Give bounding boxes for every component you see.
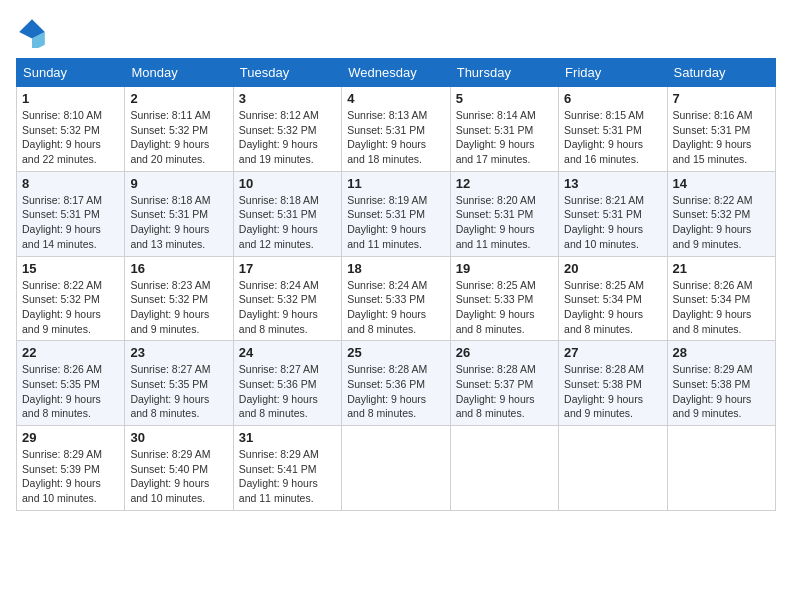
- calendar-cell: 20Sunrise: 8:25 AM Sunset: 5:34 PM Dayli…: [559, 256, 667, 341]
- day-info: Sunrise: 8:27 AM Sunset: 5:35 PM Dayligh…: [130, 362, 227, 421]
- day-number: 7: [673, 91, 770, 106]
- day-info: Sunrise: 8:29 AM Sunset: 5:41 PM Dayligh…: [239, 447, 336, 506]
- day-info: Sunrise: 8:25 AM Sunset: 5:33 PM Dayligh…: [456, 278, 553, 337]
- day-number: 9: [130, 176, 227, 191]
- calendar-cell: 26Sunrise: 8:28 AM Sunset: 5:37 PM Dayli…: [450, 341, 558, 426]
- day-number: 6: [564, 91, 661, 106]
- calendar-cell: 17Sunrise: 8:24 AM Sunset: 5:32 PM Dayli…: [233, 256, 341, 341]
- day-number: 26: [456, 345, 553, 360]
- calendar-cell: 15Sunrise: 8:22 AM Sunset: 5:32 PM Dayli…: [17, 256, 125, 341]
- day-number: 3: [239, 91, 336, 106]
- day-number: 25: [347, 345, 444, 360]
- day-info: Sunrise: 8:24 AM Sunset: 5:33 PM Dayligh…: [347, 278, 444, 337]
- day-info: Sunrise: 8:24 AM Sunset: 5:32 PM Dayligh…: [239, 278, 336, 337]
- day-number: 11: [347, 176, 444, 191]
- day-number: 16: [130, 261, 227, 276]
- day-info: Sunrise: 8:19 AM Sunset: 5:31 PM Dayligh…: [347, 193, 444, 252]
- calendar-cell: 30Sunrise: 8:29 AM Sunset: 5:40 PM Dayli…: [125, 426, 233, 511]
- dow-header: Saturday: [667, 59, 775, 87]
- day-number: 19: [456, 261, 553, 276]
- calendar-cell: 7Sunrise: 8:16 AM Sunset: 5:31 PM Daylig…: [667, 87, 775, 172]
- calendar-cell: 2Sunrise: 8:11 AM Sunset: 5:32 PM Daylig…: [125, 87, 233, 172]
- day-info: Sunrise: 8:10 AM Sunset: 5:32 PM Dayligh…: [22, 108, 119, 167]
- day-number: 21: [673, 261, 770, 276]
- day-info: Sunrise: 8:28 AM Sunset: 5:37 PM Dayligh…: [456, 362, 553, 421]
- day-number: 8: [22, 176, 119, 191]
- calendar-cell: 1Sunrise: 8:10 AM Sunset: 5:32 PM Daylig…: [17, 87, 125, 172]
- calendar-cell: 22Sunrise: 8:26 AM Sunset: 5:35 PM Dayli…: [17, 341, 125, 426]
- calendar-cell: 25Sunrise: 8:28 AM Sunset: 5:36 PM Dayli…: [342, 341, 450, 426]
- calendar-cell: 28Sunrise: 8:29 AM Sunset: 5:38 PM Dayli…: [667, 341, 775, 426]
- day-number: 10: [239, 176, 336, 191]
- logo: [16, 16, 52, 48]
- calendar-cell: [450, 426, 558, 511]
- day-info: Sunrise: 8:18 AM Sunset: 5:31 PM Dayligh…: [130, 193, 227, 252]
- day-number: 22: [22, 345, 119, 360]
- calendar-cell: 10Sunrise: 8:18 AM Sunset: 5:31 PM Dayli…: [233, 171, 341, 256]
- calendar-cell: 21Sunrise: 8:26 AM Sunset: 5:34 PM Dayli…: [667, 256, 775, 341]
- day-info: Sunrise: 8:22 AM Sunset: 5:32 PM Dayligh…: [22, 278, 119, 337]
- calendar-cell: 18Sunrise: 8:24 AM Sunset: 5:33 PM Dayli…: [342, 256, 450, 341]
- day-info: Sunrise: 8:26 AM Sunset: 5:34 PM Dayligh…: [673, 278, 770, 337]
- day-number: 1: [22, 91, 119, 106]
- day-number: 12: [456, 176, 553, 191]
- day-info: Sunrise: 8:13 AM Sunset: 5:31 PM Dayligh…: [347, 108, 444, 167]
- calendar-week-row: 1Sunrise: 8:10 AM Sunset: 5:32 PM Daylig…: [17, 87, 776, 172]
- day-number: 29: [22, 430, 119, 445]
- calendar-week-row: 15Sunrise: 8:22 AM Sunset: 5:32 PM Dayli…: [17, 256, 776, 341]
- day-number: 30: [130, 430, 227, 445]
- day-info: Sunrise: 8:21 AM Sunset: 5:31 PM Dayligh…: [564, 193, 661, 252]
- day-info: Sunrise: 8:20 AM Sunset: 5:31 PM Dayligh…: [456, 193, 553, 252]
- calendar-week-row: 29Sunrise: 8:29 AM Sunset: 5:39 PM Dayli…: [17, 426, 776, 511]
- dow-header: Monday: [125, 59, 233, 87]
- calendar-cell: 8Sunrise: 8:17 AM Sunset: 5:31 PM Daylig…: [17, 171, 125, 256]
- day-info: Sunrise: 8:14 AM Sunset: 5:31 PM Dayligh…: [456, 108, 553, 167]
- calendar-cell: 4Sunrise: 8:13 AM Sunset: 5:31 PM Daylig…: [342, 87, 450, 172]
- day-info: Sunrise: 8:28 AM Sunset: 5:36 PM Dayligh…: [347, 362, 444, 421]
- page-header: [16, 16, 776, 48]
- calendar-cell: 19Sunrise: 8:25 AM Sunset: 5:33 PM Dayli…: [450, 256, 558, 341]
- calendar-cell: 29Sunrise: 8:29 AM Sunset: 5:39 PM Dayli…: [17, 426, 125, 511]
- calendar-cell: 31Sunrise: 8:29 AM Sunset: 5:41 PM Dayli…: [233, 426, 341, 511]
- calendar-cell: 3Sunrise: 8:12 AM Sunset: 5:32 PM Daylig…: [233, 87, 341, 172]
- calendar-cell: [667, 426, 775, 511]
- day-info: Sunrise: 8:25 AM Sunset: 5:34 PM Dayligh…: [564, 278, 661, 337]
- dow-header: Tuesday: [233, 59, 341, 87]
- day-info: Sunrise: 8:26 AM Sunset: 5:35 PM Dayligh…: [22, 362, 119, 421]
- calendar-week-row: 22Sunrise: 8:26 AM Sunset: 5:35 PM Dayli…: [17, 341, 776, 426]
- calendar-cell: 27Sunrise: 8:28 AM Sunset: 5:38 PM Dayli…: [559, 341, 667, 426]
- day-info: Sunrise: 8:11 AM Sunset: 5:32 PM Dayligh…: [130, 108, 227, 167]
- calendar-cell: 5Sunrise: 8:14 AM Sunset: 5:31 PM Daylig…: [450, 87, 558, 172]
- dow-header: Wednesday: [342, 59, 450, 87]
- day-number: 14: [673, 176, 770, 191]
- calendar-body: 1Sunrise: 8:10 AM Sunset: 5:32 PM Daylig…: [17, 87, 776, 511]
- dow-header: Friday: [559, 59, 667, 87]
- day-number: 23: [130, 345, 227, 360]
- calendar-cell: 24Sunrise: 8:27 AM Sunset: 5:36 PM Dayli…: [233, 341, 341, 426]
- calendar-table: SundayMondayTuesdayWednesdayThursdayFrid…: [16, 58, 776, 511]
- day-number: 18: [347, 261, 444, 276]
- day-info: Sunrise: 8:17 AM Sunset: 5:31 PM Dayligh…: [22, 193, 119, 252]
- day-number: 13: [564, 176, 661, 191]
- day-number: 17: [239, 261, 336, 276]
- calendar-cell: 14Sunrise: 8:22 AM Sunset: 5:32 PM Dayli…: [667, 171, 775, 256]
- day-number: 27: [564, 345, 661, 360]
- day-info: Sunrise: 8:29 AM Sunset: 5:39 PM Dayligh…: [22, 447, 119, 506]
- day-number: 15: [22, 261, 119, 276]
- day-number: 24: [239, 345, 336, 360]
- calendar-cell: 11Sunrise: 8:19 AM Sunset: 5:31 PM Dayli…: [342, 171, 450, 256]
- day-number: 28: [673, 345, 770, 360]
- dow-header: Sunday: [17, 59, 125, 87]
- calendar-cell: 12Sunrise: 8:20 AM Sunset: 5:31 PM Dayli…: [450, 171, 558, 256]
- day-info: Sunrise: 8:22 AM Sunset: 5:32 PM Dayligh…: [673, 193, 770, 252]
- day-info: Sunrise: 8:16 AM Sunset: 5:31 PM Dayligh…: [673, 108, 770, 167]
- dow-header: Thursday: [450, 59, 558, 87]
- calendar-week-row: 8Sunrise: 8:17 AM Sunset: 5:31 PM Daylig…: [17, 171, 776, 256]
- day-number: 31: [239, 430, 336, 445]
- day-info: Sunrise: 8:29 AM Sunset: 5:40 PM Dayligh…: [130, 447, 227, 506]
- day-number: 20: [564, 261, 661, 276]
- day-info: Sunrise: 8:27 AM Sunset: 5:36 PM Dayligh…: [239, 362, 336, 421]
- calendar-cell: 9Sunrise: 8:18 AM Sunset: 5:31 PM Daylig…: [125, 171, 233, 256]
- calendar-cell: [559, 426, 667, 511]
- calendar-cell: 23Sunrise: 8:27 AM Sunset: 5:35 PM Dayli…: [125, 341, 233, 426]
